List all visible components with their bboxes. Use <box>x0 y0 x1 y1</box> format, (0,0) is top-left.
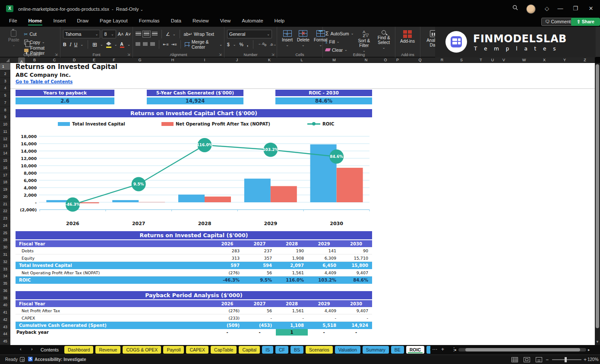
row-header-30[interactable]: 30 <box>0 244 10 251</box>
italic-button[interactable]: I <box>69 42 71 47</box>
sort-filter-button[interactable]: AZ▽ Sort & Filter⌄ <box>355 29 373 54</box>
excel-app-icon[interactable]: X <box>6 5 13 12</box>
font-size-select[interactable]: 8⌄ <box>102 30 116 38</box>
row-header-12[interactable]: 12 <box>0 135 10 143</box>
sheet-tab-charts[interactable]: Charts <box>426 346 430 354</box>
column-header-J[interactable]: J <box>236 57 238 63</box>
menu-tab-review[interactable]: Review <box>187 16 215 26</box>
close-button[interactable]: ✕ <box>584 3 597 14</box>
column-header-I[interactable]: I <box>204 57 205 63</box>
row-header-38[interactable]: 38 <box>0 295 10 302</box>
font-color-button[interactable]: A <box>120 41 124 48</box>
page-layout-view-button[interactable] <box>524 357 530 362</box>
minimize-button[interactable]: — <box>554 3 567 14</box>
column-header-C[interactable]: C <box>53 57 56 63</box>
sheet-tab-is[interactable]: IS <box>262 346 273 354</box>
column-header-P[interactable]: P <box>396 57 399 63</box>
sheet-tab-cogs-opex[interactable]: COGS & OPEX <box>123 346 161 354</box>
column-header-V[interactable]: V <box>502 57 505 63</box>
shrink-font-button[interactable]: A˅ <box>125 32 131 37</box>
column-header-N[interactable]: N <box>365 57 368 63</box>
font-family-select[interactable]: Tahoma⌄ <box>63 30 100 38</box>
column-header-T[interactable]: T <box>480 57 482 63</box>
new-sheet-button[interactable]: + <box>441 346 444 352</box>
page-break-view-button[interactable] <box>536 357 542 362</box>
row-header-8[interactable]: 8 <box>0 107 10 114</box>
vertical-scrollbar[interactable]: ▼ <box>595 63 600 345</box>
sheet-tab-roic[interactable]: ROIC <box>406 346 424 354</box>
sheet-tab-bs[interactable]: BS <box>291 346 303 354</box>
column-header-F[interactable]: F <box>113 57 115 63</box>
row-header-11[interactable]: 11 <box>0 128 10 135</box>
row-header-15[interactable]: 15 <box>0 157 10 164</box>
menu-tab-view[interactable]: View <box>215 16 237 26</box>
align-right-icon[interactable] <box>150 42 155 47</box>
row-header-44[interactable]: 44 <box>0 330 10 338</box>
hscroll-left-icon[interactable]: ◂ <box>454 348 456 352</box>
row-header-40[interactable]: 40 <box>0 301 10 309</box>
comma-format-button[interactable]: , <box>247 42 248 47</box>
font-dialog-launcher[interactable]: ⇲ <box>127 53 131 56</box>
column-header-Q[interactable]: Q <box>418 57 421 63</box>
row-header-32[interactable]: 32 <box>0 258 10 266</box>
bold-button[interactable]: B <box>63 42 66 47</box>
row-header-36[interactable]: 36 <box>0 287 10 295</box>
row-header-16[interactable]: 16 <box>0 164 10 172</box>
fill-button[interactable]: ⤓Fill ⌄ <box>325 38 354 45</box>
row-header-22[interactable]: 22 <box>0 207 10 215</box>
column-headers[interactable]: ABCDEFGHIJKLMNOPQRSTUVWXYZ <box>10 57 595 63</box>
row-header-45[interactable]: 45 <box>0 338 10 345</box>
column-header-X[interactable]: X <box>543 57 546 63</box>
column-header-Z[interactable]: Z <box>584 57 586 63</box>
sheet-tab-payroll[interactable]: Payroll <box>163 346 184 354</box>
column-header-D[interactable]: D <box>73 57 76 63</box>
wrap-text-button[interactable]: ab↵Wrap Text <box>184 31 214 38</box>
column-header-K[interactable]: K <box>268 57 271 63</box>
align-top-icon[interactable] <box>136 32 141 36</box>
sheet-tab-be[interactable]: BE <box>391 346 404 354</box>
column-header-H[interactable]: H <box>171 57 174 63</box>
clipboard-dialog-launcher[interactable]: ⇲ <box>55 53 59 56</box>
row-header-14[interactable]: 14 <box>0 150 10 157</box>
currency-format-button[interactable]: $ <box>227 42 230 47</box>
normal-view-button[interactable] <box>512 357 518 362</box>
share-button[interactable]: ⇧ Share ⌄ <box>571 18 600 26</box>
row-header-1[interactable]: 1 <box>0 63 10 70</box>
zoom-level[interactable]: 120% <box>587 357 599 362</box>
tab-scroll-left-icon[interactable]: ‹ <box>20 346 22 351</box>
row-header-7[interactable]: 7 <box>0 99 10 107</box>
row-header-2[interactable]: 2 <box>0 70 10 78</box>
sheet-tab-contents[interactable]: Contents <box>37 346 62 354</box>
menu-tab-insert[interactable]: Insert <box>47 16 71 26</box>
paste-button[interactable]: Paste⌄ <box>6 29 22 54</box>
align-center-icon[interactable] <box>143 42 148 47</box>
column-header-M[interactable]: M <box>332 57 336 63</box>
cut-button[interactable]: ✂Cut <box>24 30 58 38</box>
menu-tab-automate[interactable]: Automate <box>236 16 268 26</box>
horizontal-scrollbar-thumb[interactable] <box>465 348 580 351</box>
row-header-41[interactable]: 41 <box>0 309 10 316</box>
grow-font-button[interactable]: A˄ <box>118 31 124 37</box>
sheet-tab-captable[interactable]: CapTable <box>211 346 237 354</box>
row-header-19[interactable]: 19 <box>0 186 10 193</box>
delete-cells-button[interactable]: ✕ Delete⌄ <box>295 29 312 48</box>
column-header-W[interactable]: W <box>522 57 526 63</box>
row-header-43[interactable]: 43 <box>0 323 10 331</box>
sheet-tab-summary[interactable]: Summary <box>363 346 389 354</box>
sheet-tab-dashboard[interactable]: Dashboard <box>64 346 93 354</box>
addins-button[interactable]: Add-ins <box>398 29 417 45</box>
row-header-42[interactable]: 42 <box>0 316 10 323</box>
premium-diamond-icon[interactable]: ◇ <box>540 3 553 14</box>
row-header-25[interactable]: 25 <box>0 229 10 237</box>
vertical-scrollbar-thumb[interactable] <box>596 64 599 328</box>
row-header-28[interactable]: 28 <box>0 236 10 244</box>
scroll-down-icon[interactable]: ▼ <box>596 340 599 344</box>
decrease-decimal-button[interactable]: .0→ <box>270 43 276 47</box>
increase-decimal-button[interactable]: ←.00 <box>258 42 266 47</box>
number-dialog-launcher[interactable]: ⇲ <box>272 53 275 56</box>
accessibility-status[interactable]: Accessibility: Investigate <box>35 357 86 362</box>
row-header-9[interactable]: 9 <box>0 113 10 121</box>
align-middle-icon[interactable] <box>144 32 149 36</box>
column-header-O[interactable]: O <box>384 57 387 63</box>
alignment-dialog-launcher[interactable]: ⇲ <box>219 53 223 56</box>
